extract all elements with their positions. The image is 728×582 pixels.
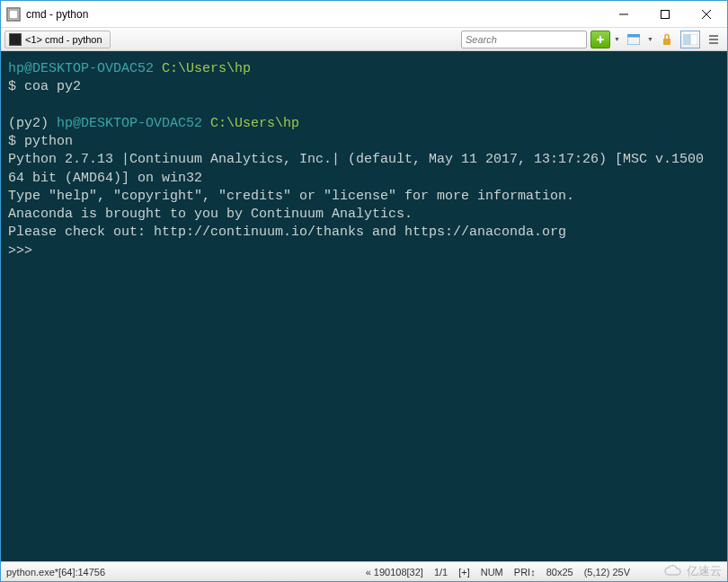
status-cursor: (5,12) 25V bbox=[584, 567, 630, 578]
tab-cmd-python[interactable]: <1> cmd - python bbox=[4, 31, 111, 48]
svg-rect-3 bbox=[661, 10, 670, 18]
app-icon bbox=[6, 7, 21, 22]
terminal-line: (py2) hp@DESKTOP-OVDAC52 C:\Users\hp bbox=[8, 115, 720, 133]
tab-label: <1> cmd - python bbox=[25, 34, 102, 45]
search-input[interactable] bbox=[466, 34, 590, 45]
terminal-line: Type "help", "copyright", "credits" or "… bbox=[8, 188, 720, 206]
new-tab-dropdown[interactable]: ▼ bbox=[614, 36, 620, 42]
status-encoding: « 190108[32] bbox=[366, 567, 423, 578]
split-view-button[interactable] bbox=[680, 31, 700, 48]
status-dim: 80x25 bbox=[546, 567, 573, 578]
status-line: 1/1 bbox=[434, 567, 448, 578]
search-box[interactable] bbox=[461, 31, 587, 48]
maximize-button[interactable] bbox=[644, 1, 686, 28]
terminal-output[interactable]: hp@DESKTOP-OVDAC52 C:\Users\hp$ coa py2 … bbox=[1, 51, 727, 561]
app-window: cmd - python <1> cmd - python ▼ ▼ bbox=[0, 0, 728, 582]
svg-rect-14 bbox=[690, 34, 697, 45]
windows-menu-button[interactable] bbox=[624, 31, 644, 48]
terminal-blank bbox=[8, 97, 720, 115]
lock-button[interactable] bbox=[657, 31, 677, 48]
svg-rect-12 bbox=[663, 39, 670, 45]
toolbar: <1> cmd - python ▼ ▼ bbox=[1, 28, 727, 51]
new-tab-button[interactable] bbox=[590, 31, 610, 48]
status-num: NUM bbox=[481, 567, 503, 578]
close-button[interactable] bbox=[686, 1, 727, 28]
status-pri: PRI↕ bbox=[514, 567, 536, 578]
titlebar: cmd - python bbox=[1, 1, 727, 28]
terminal-prompt: >>> bbox=[8, 242, 720, 260]
window-title: cmd - python bbox=[26, 8, 88, 21]
svg-rect-11 bbox=[627, 37, 640, 45]
minimize-button[interactable] bbox=[603, 1, 644, 28]
terminal-line: Please check out: http://continuum.io/th… bbox=[8, 224, 720, 242]
terminal-line: Anaconda is brought to you by Continuum … bbox=[8, 206, 720, 224]
status-bar: python.exe*[64]:14756 « 190108[32] 1/1 [… bbox=[1, 561, 727, 581]
terminal-line: $ python bbox=[8, 133, 720, 151]
svg-rect-13 bbox=[683, 34, 690, 45]
terminal-line: $ coa py2 bbox=[8, 78, 720, 96]
menu-button[interactable] bbox=[704, 31, 724, 48]
windows-menu-dropdown[interactable]: ▼ bbox=[647, 36, 653, 42]
status-process: python.exe*[64]:14756 bbox=[6, 567, 105, 578]
terminal-line: hp@DESKTOP-OVDAC52 C:\Users\hp bbox=[8, 60, 720, 78]
window-controls bbox=[603, 1, 727, 28]
terminal-line: Python 2.7.13 |Continuum Analytics, Inc.… bbox=[8, 151, 720, 188]
terminal-icon bbox=[9, 33, 22, 46]
status-plus: [+] bbox=[458, 567, 470, 578]
svg-rect-1 bbox=[9, 10, 18, 19]
